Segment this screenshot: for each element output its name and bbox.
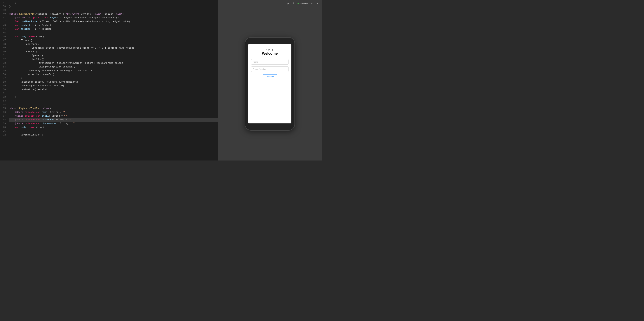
code-token: "" — [68, 118, 71, 122]
code-token: var — [15, 27, 20, 31]
code-token: some — [29, 126, 36, 129]
code-line: .animation(.easeOut) — [9, 88, 218, 92]
code-token: @State — [15, 114, 25, 118]
line-number: 61 — [0, 92, 6, 95]
code-line: struct KeyboardView<Content, ToolBar> : … — [9, 12, 218, 16]
code-line: var content: () -> Content — [9, 24, 218, 27]
code-token: toolBar — [20, 27, 30, 31]
code-token: let — [15, 20, 20, 24]
code-token: : String = — [47, 110, 63, 114]
play-icon[interactable]: ▶ — [287, 2, 290, 5]
code-token: } — [9, 99, 11, 103]
code-line: ZStack { — [9, 38, 218, 42]
code-token: } — [9, 95, 16, 99]
name-input[interactable]: Name — [251, 59, 288, 64]
code-line: .padding(.bottom, (keyboard.currentHeigh… — [9, 46, 218, 50]
code-line — [9, 103, 218, 106]
code-line: } — [9, 99, 218, 103]
code-token — [9, 24, 15, 27]
code-token: var — [36, 118, 42, 122]
code-token: var — [36, 110, 42, 114]
code-token: @State — [15, 118, 25, 122]
line-number: 44 — [0, 27, 6, 31]
code-token — [9, 114, 15, 118]
code-token: : — [40, 106, 43, 110]
code-line — [9, 31, 218, 35]
code-line: let toolbarFrame: CGSize = CGSize(width:… — [9, 20, 218, 24]
code-token: private — [33, 16, 44, 20]
code-token: Content : — [81, 12, 95, 16]
line-number: 64 — [0, 103, 6, 106]
line-number: 48 — [0, 42, 6, 46]
phone-input[interactable]: Phone Number — [251, 66, 288, 72]
line-number: 38 — [0, 4, 6, 8]
line-number: 56 — [0, 72, 6, 76]
device-icon[interactable]: ▭ — [310, 2, 314, 5]
code-token: var — [15, 24, 20, 27]
line-number: 59 — [0, 84, 6, 88]
code-token: View — [95, 12, 100, 16]
code-token: .padding(.bottom, (keyboard.currentHeigh… — [9, 46, 136, 50]
code-line: .animation(.easeOut) — [9, 72, 218, 76]
line-number: 37 — [0, 1, 6, 4]
code-token — [9, 118, 15, 122]
code-line: Spacer() — [9, 54, 218, 58]
inspect-icon[interactable]: ℹ — [292, 2, 296, 5]
line-number: 47 — [0, 38, 6, 42]
code-token: View — [116, 12, 122, 16]
line-number: 55 — [0, 69, 6, 72]
preview-content: Sign Up Welcome Name Phone Number Contin… — [245, 7, 295, 160]
line-number: 40 — [0, 12, 6, 16]
code-token: View — [66, 12, 72, 16]
code-token: } — [9, 76, 22, 80]
line-number: 39 — [0, 8, 6, 12]
code-line: @StateObject private var keyboard: Keybo… — [9, 16, 218, 20]
code-token: where — [72, 12, 81, 16]
code-token: content() — [9, 42, 39, 46]
line-number: 45 — [0, 31, 6, 35]
code-line: } — [9, 76, 218, 80]
code-token: , ToolBar: — [100, 12, 116, 16]
code-token: keyboard — [50, 16, 61, 20]
phone-mockup: Sign Up Welcome Name Phone Number Contin… — [245, 37, 295, 131]
code-token: "" — [72, 122, 75, 126]
code-line: .background(Color.secondary) — [9, 65, 218, 69]
code-token: { — [122, 12, 124, 16]
code-token: var — [15, 35, 20, 38]
code-token: : KeyboardResponder = KeyboardResponder(… — [61, 16, 119, 20]
code-token: body — [20, 35, 26, 38]
line-number: 53 — [0, 61, 6, 65]
line-number: 63 — [0, 99, 6, 103]
continue-button[interactable]: Continue — [263, 74, 277, 79]
code-line: }.opacity((keyboard.currentHeight == 0) … — [9, 69, 218, 72]
code-token: @StateObject — [15, 16, 33, 20]
code-token: private — [25, 122, 36, 126]
code-token — [9, 110, 15, 114]
pin-icon[interactable]: ⊞ — [316, 2, 319, 5]
code-token: var — [44, 16, 50, 20]
code-token: toolbarFrame — [20, 20, 38, 24]
line-number: 71 — [0, 129, 6, 133]
code-token: var — [15, 126, 20, 129]
code-token: content — [20, 24, 30, 27]
code-line — [9, 129, 218, 133]
code-token: ZStack { — [9, 38, 32, 42]
code-token: some — [29, 35, 36, 38]
code-token: .edgesIgnoringSafeArea(.bottom) — [9, 84, 64, 88]
line-number: 52 — [0, 58, 6, 61]
code-token: } — [9, 1, 16, 4]
code-token: "" — [64, 114, 67, 118]
code-line: @State private var email: String = "" — [9, 114, 218, 118]
code-line — [9, 92, 218, 95]
preview-toolbar: ▶ ℹ Preview ▭ ⊞ — [218, 0, 322, 7]
code-line: @State private var name: String = "" — [9, 110, 218, 114]
code-token — [9, 122, 15, 126]
code-token: password — [42, 118, 53, 122]
code-token: .animation(.easeOut) — [9, 88, 48, 92]
code-token: : () -> Content — [30, 24, 52, 27]
code-token: : — [26, 126, 29, 129]
code-editor[interactable]: 3738394041424344454647484950515253545556… — [0, 0, 218, 160]
code-token: : String = — [57, 122, 72, 126]
code-token: { — [48, 106, 52, 110]
code-token — [9, 126, 15, 129]
